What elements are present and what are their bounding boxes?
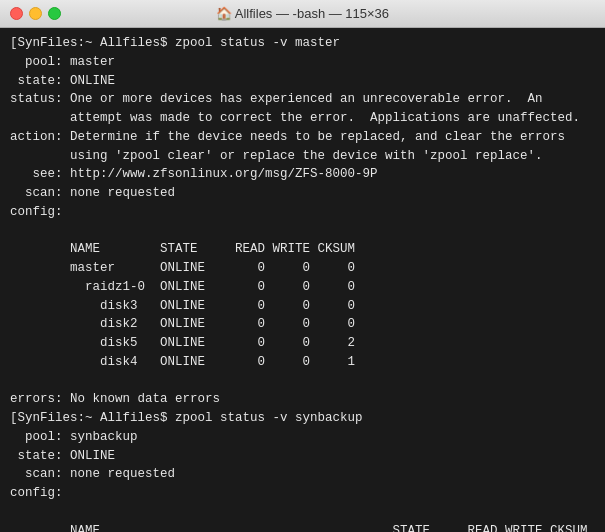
terminal-content: [SynFiles:~ Allfiles$ zpool status -v ma… [10, 34, 595, 532]
close-button[interactable] [10, 7, 23, 20]
terminal[interactable]: [SynFiles:~ Allfiles$ zpool status -v ma… [0, 28, 605, 532]
minimize-button[interactable] [29, 7, 42, 20]
maximize-button[interactable] [48, 7, 61, 20]
window-buttons [10, 7, 61, 20]
title-text: 🏠 Allfiles — -bash — 115×36 [216, 6, 389, 21]
title-bar: 🏠 Allfiles — -bash — 115×36 [0, 0, 605, 28]
